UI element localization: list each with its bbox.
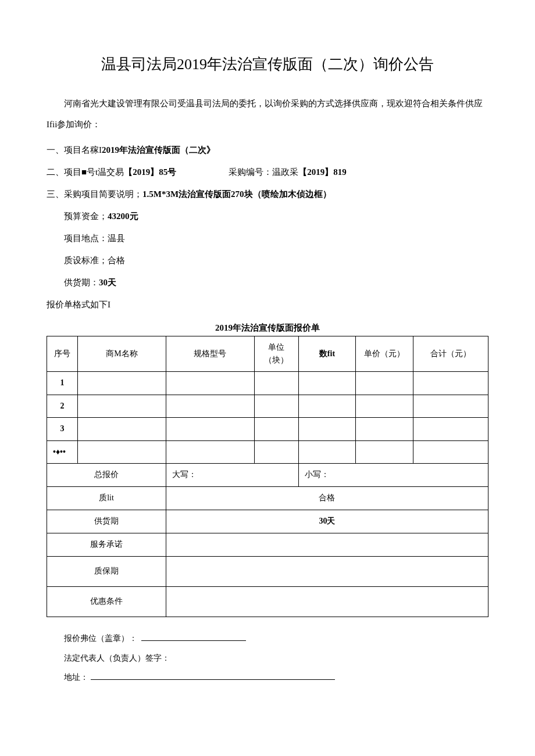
cell	[254, 418, 298, 440]
cell	[254, 372, 298, 395]
location-value: 温县	[108, 234, 125, 243]
budget-line: 预算资金；43200元	[47, 206, 488, 227]
warranty-label-cell: 质保期	[47, 556, 166, 586]
quality-row: 质lit 合格	[47, 486, 488, 510]
sig-unit-underline	[141, 633, 246, 641]
quality-label: 质设标准；	[64, 256, 108, 265]
discount-value-cell	[166, 586, 488, 617]
cell	[166, 395, 254, 417]
signature-block: 报价弗位（盖章）： 法定代表人（负责人）签字： 地址：	[47, 629, 488, 687]
cell-seq: 2	[47, 395, 78, 417]
budget-label: 预算资金；	[64, 212, 108, 221]
daxie-cell: 大写：	[166, 463, 298, 486]
cell-seq: 1	[47, 372, 78, 395]
cell	[356, 418, 413, 440]
warranty-value-cell	[166, 556, 488, 586]
form-label: 报价单格式如下I	[47, 294, 488, 315]
th-spec: 规格型号	[166, 336, 254, 372]
sig-unit-label: 报价弗位（盖章）：	[64, 634, 137, 643]
cell	[413, 440, 488, 463]
location-line: 项目地点：温县	[47, 228, 488, 249]
table-row: 3	[47, 418, 488, 440]
warranty-row: 质保期	[47, 556, 488, 586]
cell	[356, 372, 413, 395]
cell	[78, 372, 166, 395]
item1-label: 一、项目名稼I	[47, 145, 102, 155]
budget-value: 43200元	[108, 212, 138, 221]
service-value-cell	[166, 533, 488, 556]
cell	[166, 440, 254, 463]
th-name: 商M名称	[78, 336, 166, 372]
cell	[356, 395, 413, 417]
item3-label: 三、采购项目简要说明；	[47, 189, 142, 199]
quality-value-cell: 合格	[166, 486, 488, 510]
th-total: 合计（元）	[413, 336, 488, 372]
cell	[254, 395, 298, 417]
quality-value: 合格	[108, 256, 125, 265]
sig-rep-line: 法定代表人（负责人）签字：	[64, 648, 488, 668]
delivery-row: 供货期 30天	[47, 510, 488, 533]
cell	[298, 440, 356, 463]
quality-line: 质设标准；合格	[47, 250, 488, 271]
cell	[78, 440, 166, 463]
cell-seq: •♦••	[47, 440, 78, 463]
total-label: 总报价	[47, 463, 166, 486]
discount-label-cell: 优惠条件	[47, 586, 166, 617]
sig-addr-underline	[91, 672, 335, 680]
intro-paragraph: 河南省光大建设管理有限公司受温县司法局的委托，以询价采购的方式选择供应商，现欢迎…	[47, 93, 488, 135]
table-row: 1	[47, 372, 488, 395]
th-unit: 单位（块）	[254, 336, 298, 372]
page-title: 温县司法局2019年法治宣传版面（二次）询价公告	[47, 52, 488, 77]
discount-row: 优惠条件	[47, 586, 488, 617]
cell	[413, 395, 488, 417]
item-1: 一、项目名稼I2019年法治宣传版面（二次》	[47, 139, 488, 160]
th-seq: 序号	[47, 336, 78, 372]
cell	[78, 418, 166, 440]
sig-addr-line: 地址：	[64, 668, 488, 687]
cell	[298, 418, 356, 440]
xiaoxie-cell: 小写：	[298, 463, 488, 486]
item2-value2: 【2019】819	[298, 167, 347, 177]
th-qty: 数fit	[298, 336, 356, 372]
delivery-label: 供货期：	[64, 278, 99, 287]
quality-label-cell: 质lit	[47, 486, 166, 510]
item3-value: 1.5M*3M法治宣传版面270块（喷绘加木侦边框）	[142, 189, 331, 199]
cell	[298, 372, 356, 395]
cell	[356, 440, 413, 463]
delivery-value-cell: 30天	[166, 510, 488, 533]
table-row: 2	[47, 395, 488, 417]
cell	[166, 418, 254, 440]
sig-rep-label: 法定代表人（负责人）签字：	[64, 654, 170, 662]
delivery-line: 供货期：30天	[47, 272, 488, 293]
item2-value: 【2019】85号	[124, 167, 176, 177]
item-2: 二、项目■号t温交易【2019】85号采购编号：温政采【2019】819	[47, 162, 488, 182]
cell	[413, 418, 488, 440]
cell	[298, 395, 356, 417]
sig-unit-line: 报价弗位（盖章）：	[64, 629, 488, 648]
table-caption: 2019年法治宣传版面报价单	[47, 321, 488, 335]
item-3: 三、采购项目简要说明；1.5M*3M法治宣传版面270块（喷绘加木侦边框）	[47, 184, 488, 205]
cell	[166, 372, 254, 395]
item2-label2: 采购编号：温政采	[229, 167, 298, 177]
sig-addr-label: 地址：	[64, 673, 88, 682]
cell-seq: 3	[47, 418, 78, 440]
table-header-row: 序号 商M名称 规格型号 单位（块） 数fit 单价（元） 合计（元）	[47, 336, 488, 372]
th-price: 单价（元）	[356, 336, 413, 372]
cell	[254, 440, 298, 463]
cell	[413, 372, 488, 395]
quote-table: 序号 商M名称 规格型号 单位（块） 数fit 单价（元） 合计（元） 1 2 …	[47, 336, 488, 617]
delivery-label-cell: 供货期	[47, 510, 166, 533]
service-row: 服务承诺	[47, 533, 488, 556]
total-row: 总报价 大写： 小写：	[47, 463, 488, 486]
delivery-value: 30天	[99, 278, 116, 287]
item2-label: 二、项目■号t温交易	[47, 167, 124, 177]
item1-value: 2019年法治宣传版面（二次》	[102, 145, 215, 155]
table-row: •♦••	[47, 440, 488, 463]
location-label: 项目地点：	[64, 234, 108, 243]
service-label-cell: 服务承诺	[47, 533, 166, 556]
cell	[78, 395, 166, 417]
